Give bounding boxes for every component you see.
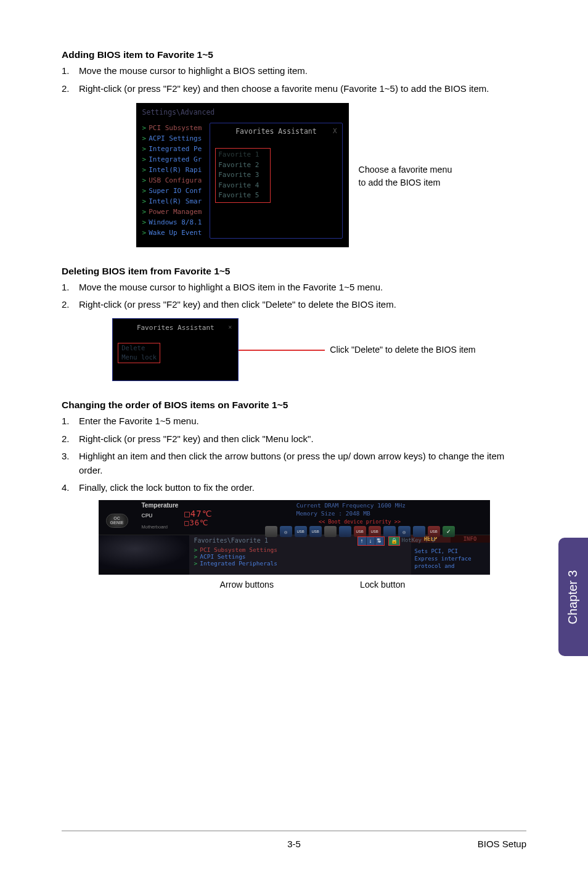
help-text: Sets PCI, PCI Express interface protocol… bbox=[411, 543, 490, 575]
step-text: Finally, click the lock button to fix th… bbox=[79, 481, 526, 495]
step-num: 2. bbox=[62, 82, 79, 96]
delete-popup-screenshot: Favorites Assistant × Delete Menu lock C… bbox=[112, 318, 475, 382]
menu-item[interactable]: >Integrated Gr bbox=[142, 154, 210, 165]
deleting-steps: 1.Move the mouse cursor to highlight a B… bbox=[62, 281, 526, 312]
dram-info: Current DRAM Frequency 1600 MHz Memory S… bbox=[296, 501, 490, 518]
callout-text: Choose a favorite menu to add the BIOS i… bbox=[359, 163, 452, 189]
close-icon[interactable]: X bbox=[333, 127, 337, 135]
boot-device-icon[interactable] bbox=[413, 526, 425, 537]
breadcrumb: Settings\Advanced bbox=[142, 108, 343, 117]
sort-arrow-icon[interactable]: ⇅ bbox=[375, 537, 384, 545]
step-text: Right-click (or press "F2" key) and then… bbox=[79, 82, 526, 96]
favorite-option[interactable]: Favorite 4 bbox=[218, 181, 267, 191]
delete-options: Delete Menu lock bbox=[118, 343, 160, 364]
step-text: Right-click (or press "F2" key) and then… bbox=[79, 432, 526, 446]
boot-priority-label: << Boot device priority >> bbox=[230, 519, 490, 525]
boot-device-icon[interactable]: USB bbox=[309, 526, 322, 537]
favorite-item[interactable]: >ACPI Settings bbox=[194, 553, 406, 560]
boot-device-icon[interactable] bbox=[383, 526, 396, 537]
boot-device-icon[interactable] bbox=[265, 526, 277, 537]
boot-device-icon[interactable]: ✓ bbox=[443, 526, 455, 537]
chapter-tab: Chapter 3 bbox=[558, 538, 588, 656]
menu-lock-option[interactable]: Menu lock bbox=[121, 353, 157, 363]
menu-item[interactable]: >Windows 8/8.1 bbox=[142, 217, 210, 228]
boot-device-icon[interactable]: USB bbox=[354, 526, 366, 537]
cpu-label: CPU bbox=[142, 512, 179, 519]
favorite-item[interactable]: >Integrated Peripherals bbox=[194, 560, 406, 567]
close-icon[interactable]: × bbox=[228, 324, 232, 331]
menu-item[interactable]: >Integrated Pe bbox=[142, 144, 210, 154]
step-text: Move the mouse cursor to highlight a BIO… bbox=[79, 64, 526, 78]
menu-item[interactable]: >Power Managem bbox=[142, 207, 210, 217]
step-num: 1. bbox=[62, 64, 79, 78]
boot-device-icon[interactable]: ◎ bbox=[280, 526, 292, 537]
lock-button-label: Lock button bbox=[360, 580, 405, 589]
step-text: Enter the Favorite 1~5 menu. bbox=[79, 414, 526, 429]
step-num: 3. bbox=[62, 450, 79, 477]
changing-steps: 1.Enter the Favorite 1~5 menu. 2.Right-c… bbox=[62, 414, 526, 495]
boot-device-icon[interactable] bbox=[339, 526, 351, 537]
adding-heading: Adding BIOS item to Favorite 1~5 bbox=[62, 49, 526, 60]
cpu-temp-value: □47℃ bbox=[184, 509, 212, 519]
menu-item[interactable]: >ACPI Settings bbox=[142, 133, 210, 144]
callout-line bbox=[239, 350, 325, 351]
arrow-buttons-label: Arrow buttons bbox=[220, 580, 274, 589]
step-num: 2. bbox=[62, 432, 79, 446]
step-num: 1. bbox=[62, 414, 79, 429]
step-num: 1. bbox=[62, 281, 79, 295]
oc-genie-button[interactable]: OCGENIE bbox=[106, 514, 128, 528]
section-name: BIOS Setup bbox=[478, 839, 526, 849]
menu-item[interactable]: >PCI Subsystem bbox=[142, 123, 210, 133]
changing-heading: Changing the order of BIOS items on Favo… bbox=[62, 400, 526, 411]
favorites-assistant-screenshot: Settings\Advanced >PCI Subsystem>ACPI Se… bbox=[136, 103, 452, 247]
favorite-option[interactable]: Favorite 1 bbox=[218, 150, 267, 160]
favorite-option[interactable]: Favorite 2 bbox=[218, 160, 267, 171]
motherboard-label: Motherboard bbox=[142, 524, 179, 530]
page-number: 3-5 bbox=[287, 839, 301, 849]
settings-menu: >PCI Subsystem>ACPI Settings>Integrated … bbox=[142, 123, 210, 239]
deleting-heading: Deleting BIOS item from Favorite 1~5 bbox=[62, 266, 526, 277]
step-num: 2. bbox=[62, 298, 79, 312]
favorite-option[interactable]: Favorite 3 bbox=[218, 170, 267, 181]
menu-item[interactable]: >Super IO Conf bbox=[142, 186, 210, 196]
page-footer: 3-5 BIOS Setup bbox=[62, 831, 526, 849]
popup-title: Favorites Assistant bbox=[215, 127, 337, 136]
menu-item[interactable]: >Wake Up Event bbox=[142, 228, 210, 238]
down-arrow-icon[interactable]: ↓ bbox=[367, 537, 375, 545]
mb-temp-value: □36℃ bbox=[184, 519, 212, 527]
arrow-buttons[interactable]: ↑ ↓ ⇅ bbox=[357, 536, 385, 546]
boot-device-icon[interactable]: USB bbox=[369, 526, 381, 537]
callout-text: Click "Delete" to delete the BIOS item bbox=[330, 345, 475, 355]
up-arrow-icon[interactable]: ↑ bbox=[358, 537, 367, 545]
popup-title: Favorites Assistant bbox=[137, 324, 214, 332]
boot-device-icon[interactable]: USB bbox=[295, 526, 307, 537]
menu-item[interactable]: >Intel(R) Smar bbox=[142, 196, 210, 207]
step-text: Highlight an item and then click the arr… bbox=[79, 450, 526, 477]
bios-ui-screenshot: OCGENIE Temperature CPU Motherboard □47℃… bbox=[99, 500, 490, 575]
lock-button[interactable]: 🔒 bbox=[388, 536, 400, 546]
step-text: Right-click (or press "F2" key) and then… bbox=[79, 298, 526, 312]
favorite-option[interactable]: Favorite 5 bbox=[218, 191, 267, 201]
motherboard-image bbox=[99, 535, 189, 569]
boot-device-icon[interactable] bbox=[324, 526, 337, 537]
favorite-options: Favorite 1Favorite 2Favorite 3Favorite 4… bbox=[215, 148, 271, 203]
boot-device-icon[interactable]: ◎ bbox=[398, 526, 410, 537]
step-text: Move the mouse cursor to highlight a BIO… bbox=[79, 281, 526, 295]
delete-option[interactable]: Delete bbox=[121, 343, 157, 353]
step-num: 4. bbox=[62, 481, 79, 495]
boot-device-icon[interactable]: USB bbox=[428, 526, 440, 537]
hotkey-label: HotKey : 5 bbox=[402, 537, 435, 543]
favorites-popup: Favorites Assistant X Favorite 1Favorite… bbox=[210, 123, 342, 239]
temperature-label: Temperature bbox=[142, 502, 179, 509]
boot-device-icons: ◎USBUSBUSBUSB◎USB✓ bbox=[230, 526, 490, 537]
menu-item[interactable]: >Intel(R) Rapi bbox=[142, 165, 210, 175]
menu-item[interactable]: >USB Configura bbox=[142, 175, 210, 186]
favorite-items: >PCI Subsystem Settings>ACPI Settings>In… bbox=[194, 546, 406, 567]
adding-steps: 1.Move the mouse cursor to highlight a B… bbox=[62, 64, 526, 96]
favorite-item[interactable]: >PCI Subsystem Settings bbox=[194, 546, 406, 553]
